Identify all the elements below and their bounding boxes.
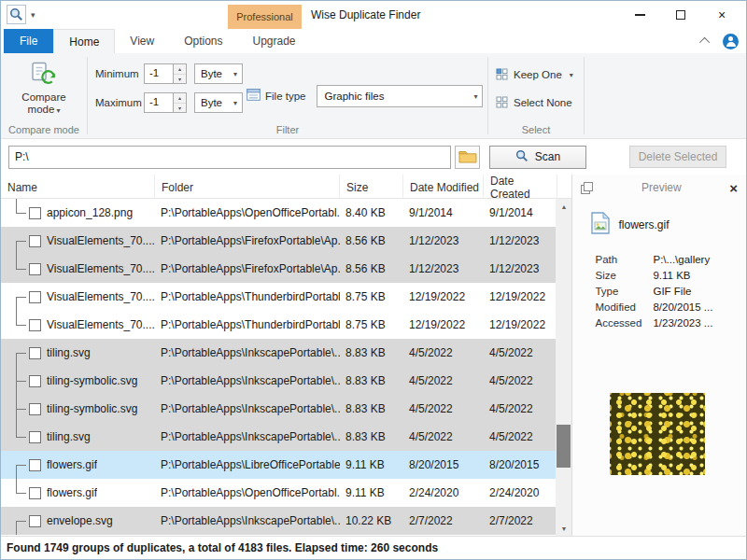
row-folder: P:\PortableApps\InkscapePortable\... (155, 346, 340, 359)
scan-button[interactable]: Scan (489, 146, 586, 169)
row-date-created: 4/5/2022 (484, 346, 557, 359)
delete-selected-button[interactable]: Delete Selected (629, 146, 726, 168)
row-checkbox[interactable] (29, 515, 41, 527)
minimum-spin-up-icon[interactable]: ▴ (174, 64, 186, 75)
row-file-name: tiling.svg (47, 346, 91, 359)
copy-icon[interactable] (581, 182, 593, 194)
table-row[interactable]: tiling-symbolic.svg P:\PortableApps\Inks… (1, 367, 557, 395)
table-header: Name Folder Size Date Modified Date Crea… (1, 175, 571, 199)
minimum-value: -1 (145, 64, 173, 83)
keep-one-caret-icon: ▾ (570, 71, 573, 79)
row-size: 9.11 KB (340, 486, 403, 499)
table-row[interactable]: flowers.gif P:\PortableApps\OpenOfficePo… (1, 479, 557, 507)
column-header-date-created[interactable]: Date Created (484, 175, 557, 201)
maximum-spin-down-icon[interactable]: ▾ (174, 104, 186, 113)
row-date-modified: 2/24/2020 (403, 486, 484, 499)
preview-field-value: 9.11 KB (653, 270, 690, 286)
maximum-input[interactable]: -1 ▴▾ (144, 92, 187, 113)
app-window: ▾ Professional Wise Duplicate Finder × F… (0, 0, 747, 560)
table-row[interactable]: VisualElements_70.... P:\PortableApps\Th… (1, 283, 557, 311)
tab-upgrade[interactable]: Upgrade (238, 29, 311, 53)
preview-field-value: P:\...\gallery (653, 254, 710, 270)
row-date-modified: 2/7/2022 (403, 514, 484, 527)
row-checkbox[interactable] (29, 487, 41, 499)
keep-one-button[interactable]: Keep One ▾ (496, 64, 584, 85)
tab-view[interactable]: View (115, 29, 169, 53)
column-header-name[interactable]: Name (1, 175, 155, 201)
maximum-unit-select[interactable]: Byte ▾ (194, 92, 243, 113)
status-bar: Found 1749 groups of duplicates, a total… (1, 536, 746, 559)
row-folder: P:\PortableApps\InkscapePortable\... (155, 374, 340, 387)
maximum-spin-up-icon[interactable]: ▴ (174, 93, 186, 104)
close-button[interactable]: × (701, 1, 742, 29)
select-none-button[interactable]: Select None (496, 92, 584, 113)
tab-file[interactable]: File (4, 29, 53, 53)
preview-header: Preview × (572, 175, 746, 201)
row-file-name: tiling-symbolic.svg (47, 374, 137, 387)
row-file-name: appicon_128.png (47, 206, 133, 219)
minimum-unit-select[interactable]: Byte ▾ (194, 63, 243, 84)
table-row[interactable]: envelope.svg P:\PortableApps\InkscapePor… (1, 507, 557, 535)
file-type-label: File type (265, 91, 305, 102)
row-size: 8.83 KB (340, 402, 403, 415)
preview-field-row: Accessed 1/23/2023 ... (595, 317, 746, 333)
preview-close-icon[interactable]: × (729, 181, 738, 195)
status-text: Found 1749 groups of duplicates, a total… (7, 541, 438, 554)
column-header-folder[interactable]: Folder (155, 175, 340, 201)
row-checkbox[interactable] (29, 459, 41, 471)
row-checkbox[interactable] (29, 235, 41, 247)
tab-options[interactable]: Options (169, 29, 237, 53)
maximum-label: Maximum (95, 97, 144, 108)
row-checkbox[interactable] (29, 431, 41, 443)
row-date-modified: 4/5/2022 (403, 374, 484, 387)
table-row[interactable]: appicon_128.png P:\PortableApps\OpenOffi… (1, 199, 557, 227)
row-date-created: 4/5/2022 (484, 374, 557, 387)
row-date-modified: 12/19/2022 (403, 318, 484, 331)
row-checkbox[interactable] (29, 263, 41, 275)
row-checkbox[interactable] (29, 375, 41, 387)
table-row[interactable]: flowers.gif P:\PortableApps\LibreOfficeP… (1, 451, 557, 479)
minimum-input[interactable]: -1 ▴▾ (144, 63, 187, 84)
vertical-scrollbar[interactable]: ▲ ▼ (556, 199, 571, 536)
tab-home[interactable]: Home (53, 29, 115, 53)
quick-access-toolbar: ▾ (7, 5, 35, 24)
maximize-button[interactable] (660, 1, 701, 29)
scan-button-label: Scan (535, 150, 560, 163)
minimum-spin-down-icon[interactable]: ▾ (174, 75, 186, 84)
table-row[interactable]: VisualElements_70.... P:\PortableApps\Fi… (1, 255, 557, 283)
minimize-button[interactable] (619, 1, 660, 29)
row-checkbox[interactable] (29, 207, 41, 219)
scroll-up-icon[interactable]: ▲ (556, 199, 571, 214)
preview-field-value: 8/20/2015 ... (653, 301, 712, 317)
account-icon[interactable] (723, 34, 739, 49)
row-date-created: 1/12/2023 (484, 234, 557, 247)
row-checkbox[interactable] (29, 319, 41, 331)
file-type-select[interactable]: Graphic files ▾ (317, 85, 483, 107)
maximum-unit-caret-icon: ▾ (233, 99, 242, 107)
qat-dropdown-icon[interactable]: ▾ (31, 10, 35, 20)
table-row[interactable]: tiling.svg P:\PortableApps\InkscapePorta… (1, 339, 557, 367)
column-header-date-modified[interactable]: Date Modified (403, 175, 484, 201)
table-row[interactable]: VisualElements_70.... P:\PortableApps\Th… (1, 311, 557, 339)
row-date-modified: 8/20/2015 (403, 458, 484, 471)
table-row[interactable]: VisualElements_70.... P:\PortableApps\Fi… (1, 227, 557, 255)
row-checkbox[interactable] (29, 347, 41, 359)
ribbon-tabs: File Home View Options Upgrade (1, 29, 746, 53)
collapse-ribbon-icon[interactable] (699, 37, 710, 48)
table-row[interactable]: tiling.svg P:\PortableApps\InkscapePorta… (1, 423, 557, 451)
row-date-created: 4/5/2022 (484, 402, 557, 415)
compare-mode-caret-icon: ▾ (56, 106, 60, 115)
compare-mode-button[interactable]: Compare mode▾ (7, 59, 80, 119)
scrollbar-thumb[interactable] (557, 425, 571, 468)
scroll-down-icon[interactable]: ▼ (556, 521, 571, 536)
window-title: Wise Duplicate Finder (311, 8, 420, 21)
row-checkbox[interactable] (29, 403, 41, 415)
tree-connector-icon (7, 339, 27, 367)
column-header-size[interactable]: Size (340, 175, 403, 201)
row-folder: P:\PortableApps\LibreOfficePortable... (155, 458, 340, 471)
path-input[interactable] (8, 146, 451, 169)
row-date-created: 4/5/2022 (484, 430, 557, 443)
row-checkbox[interactable] (29, 291, 41, 303)
browse-folder-button[interactable] (455, 146, 480, 169)
table-row[interactable]: tiling-symbolic.svg P:\PortableApps\Inks… (1, 395, 557, 423)
